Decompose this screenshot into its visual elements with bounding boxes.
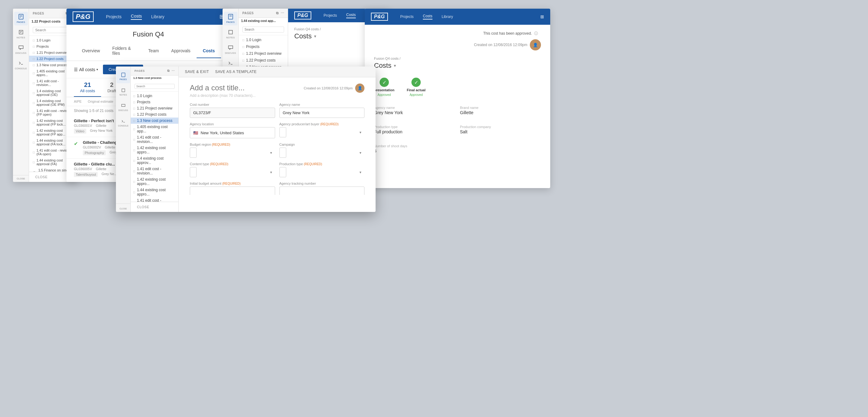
close-btn-front[interactable]: CLOSE xyxy=(120,208,127,210)
sidebar-pages-label-r: PAGES xyxy=(226,21,235,24)
tab-folders[interactable]: Folders & files xyxy=(106,41,142,61)
sidebar-notes-icon-f[interactable]: NOTES xyxy=(117,85,130,99)
agency-location-label: Agency location xyxy=(190,122,275,126)
user-avatar-rp: 👤 xyxy=(530,39,541,51)
sidebar-discuss-icon-r[interactable]: DISCUSS xyxy=(224,43,238,56)
agency-location-input[interactable]: 🇺🇸 New York, United States xyxy=(190,127,275,138)
pages-label-r: PAGES xyxy=(242,11,254,15)
budget-region-label: Budget region xyxy=(190,143,275,146)
nav-grid-icon-rp[interactable]: ⊞ xyxy=(540,14,544,19)
rpage-login[interactable]: □1.0 Login xyxy=(239,36,288,43)
production-company-detail: Production company Salt xyxy=(460,125,541,134)
tab-overview[interactable]: Overview xyxy=(76,44,106,58)
save-exit-button[interactable]: SAVE & EXIT xyxy=(185,69,209,74)
fusion-title: Fusion Q4 xyxy=(66,25,230,41)
tab-approvals[interactable]: Approvals xyxy=(165,44,196,58)
costs-tab-all[interactable]: 21 All costs xyxy=(74,78,101,97)
fpage-projects[interactable]: □Projects xyxy=(131,99,178,105)
sidebar-notes-label-r: NOTES xyxy=(226,36,235,39)
win2-navbar: P&G Projects Costs Library ⊞ xyxy=(66,9,230,25)
fpage-14ipm[interactable]: □1.4 existing cost approv... xyxy=(131,155,178,166)
fpage-121[interactable]: □1.21 Project overview xyxy=(131,105,178,111)
sidebar-notes-icon[interactable]: NOTES xyxy=(14,27,28,41)
campaign-select[interactable] xyxy=(279,148,286,158)
pages-copy-icon-r[interactable]: ⧉ xyxy=(276,11,279,15)
agency-producer-select[interactable] xyxy=(279,127,286,137)
close-btn-left[interactable]: CLOSE xyxy=(13,177,29,180)
initial-budget-input[interactable] xyxy=(190,186,275,195)
agency-name-input[interactable] xyxy=(279,108,365,118)
sidebar-pages-label: PAGES xyxy=(17,21,25,24)
sidebar-pages-icon[interactable]: PAGES xyxy=(14,12,28,25)
agency-producer-group: Agency producer/art buyer xyxy=(279,122,365,138)
fpage-141fp[interactable]: □1.41 edit cost - revision... xyxy=(131,166,178,176)
pages-title-r: 1.44 existing cost app... xyxy=(239,18,288,24)
desc-placeholder: Add a description (max 70 characters)... xyxy=(190,93,365,98)
window-5-detail: P&G Projects Costs Library ⊞ This cost h… xyxy=(365,9,550,188)
costs-dropdown-icon[interactable]: ▾ xyxy=(314,34,316,39)
nav-library[interactable]: Library xyxy=(151,14,164,19)
pages-label-f: PAGES xyxy=(134,69,145,72)
cost-number-group: Cost number xyxy=(190,103,275,118)
close-button-left[interactable]: CLOSE xyxy=(33,174,50,180)
agency-producer-label: Agency producer/art buyer xyxy=(279,122,365,126)
created-row: Created on 12/08/2016 12:09pm 👤 xyxy=(374,39,541,51)
win5-navbar: P&G Projects Costs Library ⊞ xyxy=(365,9,550,25)
sidebar-console-icon[interactable]: CONSOLE xyxy=(14,58,28,72)
pages-copy-f[interactable]: ⧉ xyxy=(167,69,170,73)
content-type-select[interactable] xyxy=(190,167,196,177)
fpage-142oe[interactable]: □1.42 existing cost appro... xyxy=(131,145,178,155)
cost-title-input[interactable] xyxy=(190,84,294,92)
save-template-button[interactable]: SAVE AS A TEMPLATE xyxy=(215,69,256,74)
fpage-144fa[interactable]: □1.44 existing cost appro... xyxy=(131,187,178,197)
agency-tracking-group: Agency tracking number xyxy=(279,182,365,195)
sidebar-discuss-icon-f[interactable]: DISCUSS xyxy=(117,100,130,114)
fpage-13[interactable]: □1.3 New cost process xyxy=(131,118,178,124)
sidebar-discuss-icon[interactable]: DISCUSS xyxy=(14,43,28,56)
budget-region-select[interactable] xyxy=(190,148,196,158)
nav-costs-r[interactable]: Costs xyxy=(346,13,356,18)
fpage-1405[interactable]: □1.405 existing cost app... xyxy=(131,124,178,134)
pages-menu-icon-r[interactable]: ⋯ xyxy=(281,11,284,15)
sidebar-pages-icon-f[interactable]: PAGES xyxy=(117,69,130,83)
breadcrumb-rp: Fusion Q4 costs / xyxy=(374,57,541,60)
production-type-select[interactable] xyxy=(279,167,286,177)
costs-chevron-icon[interactable]: ▾ xyxy=(394,63,396,68)
fpage-login[interactable]: □1.0 Login xyxy=(131,93,178,99)
sidebar-notes-icon-r[interactable]: NOTES xyxy=(224,27,238,41)
rpage-121[interactable]: □1.21 Project overview xyxy=(239,50,288,57)
pages-menu-f[interactable]: ⋯ xyxy=(172,69,175,73)
nav-projects-r[interactable]: Projects xyxy=(323,13,337,18)
all-costs-toggle[interactable]: ☰ All costs ▾ xyxy=(74,67,98,72)
tab-team[interactable]: Team xyxy=(142,44,165,58)
content-type-group: Content type xyxy=(190,162,275,177)
sidebar-console-icon-f[interactable]: CONSOLE xyxy=(117,116,130,129)
agency-tracking-input[interactable] xyxy=(279,186,365,195)
close-button-front[interactable]: CLOSE xyxy=(134,204,152,210)
pages-search-r[interactable] xyxy=(242,27,284,32)
step-done-icon-1: ✓ xyxy=(380,78,389,87)
pages-search-f[interactable] xyxy=(134,84,175,89)
fpage-122[interactable]: □1.22 Project costs xyxy=(131,111,178,118)
pages-label: PAGES xyxy=(33,12,44,15)
sidebar-discuss-label: DISCUSS xyxy=(16,52,27,55)
nav-costs[interactable]: Costs xyxy=(131,13,142,20)
initial-budget-group: Initial budget amount xyxy=(190,182,275,195)
nav-costs-rp[interactable]: Costs xyxy=(423,14,432,20)
nav-library-rp[interactable]: Library xyxy=(442,14,453,19)
sidebar-pages-icon-r[interactable]: PAGES xyxy=(224,12,238,25)
step-final-actual: ✓ Final actual Approved xyxy=(407,78,426,96)
cost-number-input[interactable] xyxy=(190,108,275,118)
rpage-projects[interactable]: □Projects xyxy=(239,43,288,50)
nav-projects-rp[interactable]: Projects xyxy=(400,14,413,19)
fpage-141oe[interactable]: □1.41 edit cost - revision... xyxy=(131,134,178,145)
tab-costs[interactable]: Costs xyxy=(196,44,221,58)
cost-number-label: Cost number xyxy=(190,103,275,107)
production-type-group: Production type xyxy=(279,162,365,177)
fpage-142fpa[interactable]: □1.42 existing cost appro... xyxy=(131,176,178,187)
pages-title-f: 1.3 New cost process xyxy=(131,76,178,81)
fpage-141fa[interactable]: □1.41 edit cost - revision... xyxy=(131,197,178,202)
nav-projects[interactable]: Projects xyxy=(106,14,122,19)
rpage-122[interactable]: □1.22 Project costs xyxy=(239,57,288,64)
menu-icon: ☰ xyxy=(74,67,78,72)
